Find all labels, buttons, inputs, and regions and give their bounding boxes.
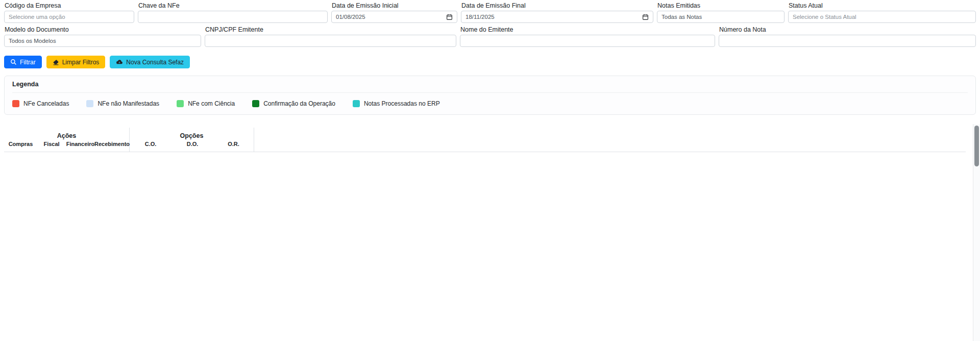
filter-field-data-de-emissao-inicial: Data de Emissão Inicial01/08/2025 (331, 2, 457, 23)
notas-emitidas-select[interactable]: Todas as Notas (657, 11, 785, 23)
nova-consulta-sefaz-label: Nova Consulta Sefaz (126, 59, 184, 66)
filtrar-button[interactable]: Filtrar (4, 56, 42, 68)
legend-color-chip (252, 100, 259, 107)
limpar-filtros-button[interactable]: Limpar Filtros (46, 56, 106, 68)
column-header-or: O.R. (213, 140, 254, 152)
filtrar-label: Filtrar (20, 59, 36, 66)
calendar-icon[interactable] (446, 14, 453, 20)
documents-table: AçõesComprasFiscalFinanceiroRecebimentoO… (4, 128, 966, 152)
filter-row-1: Código da EmpresaSelecione uma opçãoChav… (4, 2, 976, 23)
status-atual-label: Status Atual (789, 2, 976, 9)
notas-emitidas-value: Todas as Notas (662, 14, 702, 20)
filter-field-cnpj-cpf-emitente: CNPJ/CPF Emitente (205, 26, 456, 47)
legend-title: Legenda (12, 81, 968, 93)
limpar-filtros-label: Limpar Filtros (62, 59, 100, 66)
legend-item-1: NFe não Manifestadas (86, 100, 159, 107)
search-icon (10, 59, 17, 65)
filter-field-status-atual: Status AtualSelecione o Status Atual (788, 2, 976, 23)
legend-color-chip (353, 100, 360, 107)
legend-item-0: NFe Canceladas (12, 100, 69, 107)
data-de-emissao-final-label: Data de Emissão Final (461, 2, 653, 9)
filter-field-codigo-da-empresa: Código da EmpresaSelecione uma opção (4, 2, 134, 23)
filter-field-numero-da-nota: Número da Nota (719, 26, 976, 47)
data-de-emissao-final-date-input[interactable]: 18/11/2025 (461, 11, 653, 23)
column-header-co: C.O. (130, 140, 172, 152)
cnpj-cpf-emitente-input[interactable] (205, 35, 456, 47)
table-header: AçõesComprasFiscalFinanceiroRecebimentoO… (4, 128, 966, 152)
modelo-do-documento-select[interactable]: Todos os Modelos (4, 35, 201, 47)
legend-item-2: NFe com Ciência (177, 100, 235, 107)
calendar-icon[interactable] (642, 14, 649, 20)
column-group-opcoes: Opções (130, 128, 254, 140)
status-atual-value: Selecione o Status Atual (793, 14, 856, 20)
legend-item-3: Confirmação da Operação (252, 100, 335, 107)
nova-consulta-sefaz-button[interactable]: Nova Consulta Sefaz (110, 56, 190, 68)
scrollbar-thumb[interactable] (974, 126, 979, 166)
legend-item-label: NFe com Ciência (188, 100, 235, 107)
chave-da-nfe-label: Chave da NFe (138, 2, 328, 9)
data-de-emissao-final-value: 18/11/2025 (465, 14, 495, 20)
status-atual-select[interactable]: Selecione o Status Atual (788, 11, 976, 23)
filter-field-nome-do-emitente: Nome do Emitente (460, 26, 715, 47)
nome-do-emitente-input[interactable] (460, 35, 715, 47)
codigo-da-empresa-select[interactable]: Selecione uma opção (4, 11, 134, 23)
notas-emitidas-label: Notas Emitidas (657, 2, 785, 9)
chave-da-nfe-input[interactable] (138, 11, 328, 23)
numero-da-nota-input[interactable] (719, 35, 976, 47)
filter-field-notas-emitidas: Notas EmitidasTodas as Notas (657, 2, 785, 23)
data-de-emissao-inicial-value: 01/08/2025 (336, 14, 365, 20)
data-de-emissao-inicial-label: Data de Emissão Inicial (332, 2, 457, 9)
filter-field-data-de-emissao-final: Data de Emissão Final18/11/2025 (461, 2, 653, 23)
toolbar: Filtrar Limpar Filtros Nova Consulta Sef… (4, 56, 976, 68)
legend-card: Legenda NFe CanceladasNFe não Manifestad… (4, 76, 976, 115)
numero-da-nota-label: Número da Nota (719, 26, 976, 33)
vertical-scrollbar[interactable] (973, 124, 980, 341)
nfe-consulta-page: Código da EmpresaSelecione uma opçãoChav… (0, 0, 980, 341)
legend-item-label: NFe não Manifestadas (97, 100, 159, 107)
filter-field-chave-da-nfe: Chave da NFe (138, 2, 328, 23)
column-header-do: D.O. (172, 140, 213, 152)
legend-color-chip (12, 100, 19, 107)
column-header-financeiro: Financeiro (66, 140, 95, 152)
legend-item-label: Confirmação da Operação (263, 100, 335, 107)
legend-item-label: Notas Processadas no ERP (364, 100, 440, 107)
legend-color-chip (177, 100, 184, 107)
legend-item-4: Notas Processadas no ERP (353, 100, 440, 107)
legend-item-label: NFe Canceladas (23, 100, 69, 107)
column-header-fiscal: Fiscal (37, 140, 66, 152)
column-group-acoes: Ações (4, 128, 130, 140)
cloud-icon (116, 59, 123, 65)
nome-do-emitente-label: Nome do Emitente (460, 26, 715, 33)
eraser-icon (53, 59, 59, 65)
cnpj-cpf-emitente-label: CNPJ/CPF Emitente (205, 26, 456, 33)
filter-row-2: Modelo do DocumentoTodos os ModelosCNPJ/… (4, 26, 976, 47)
codigo-da-empresa-value: Selecione uma opção (9, 14, 65, 20)
legend-color-chip (86, 100, 93, 107)
filter-field-modelo-do-documento: Modelo do DocumentoTodos os Modelos (4, 26, 201, 47)
modelo-do-documento-label: Modelo do Documento (5, 26, 201, 33)
legend-items: NFe CanceladasNFe não ManifestadasNFe co… (12, 100, 968, 107)
column-header-recebimento: Recebimento (95, 140, 130, 152)
column-header-compras: Compras (4, 140, 37, 152)
codigo-da-empresa-label: Código da Empresa (5, 2, 134, 9)
modelo-do-documento-value: Todos os Modelos (9, 38, 56, 44)
data-de-emissao-inicial-date-input[interactable]: 01/08/2025 (331, 11, 457, 23)
